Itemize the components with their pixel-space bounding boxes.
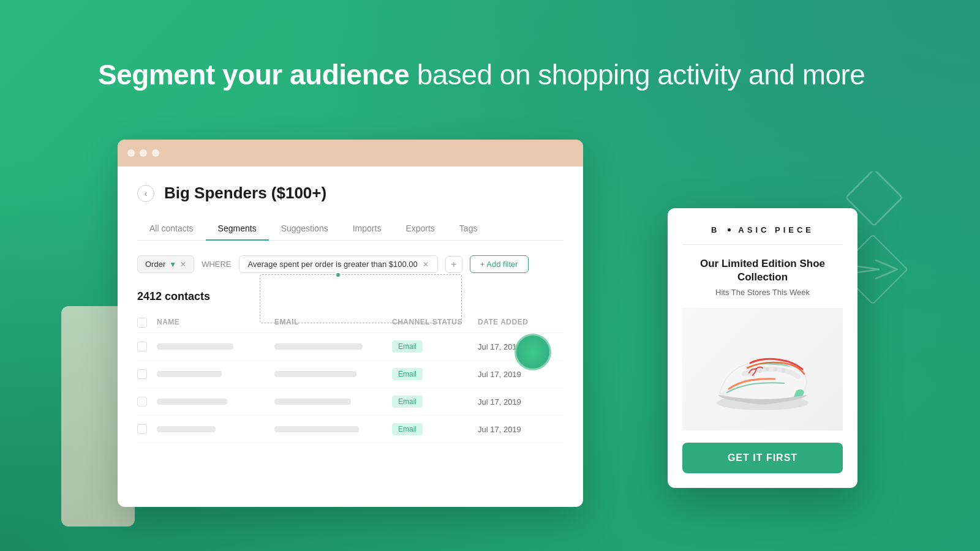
brand-name: BASIC PIECE bbox=[682, 225, 843, 234]
email-placeholder bbox=[274, 371, 356, 377]
condition-indicator bbox=[335, 272, 341, 278]
table-row: Email Jul 17, 2019 bbox=[137, 333, 564, 361]
tab-suggestions[interactable]: Suggestions bbox=[269, 217, 341, 241]
add-filter-button[interactable]: + Add filter bbox=[470, 255, 529, 273]
window-dot-3 bbox=[152, 149, 159, 157]
tab-exports[interactable]: Exports bbox=[393, 217, 447, 241]
filter-chip-order[interactable]: Order ▼ ✕ bbox=[137, 255, 194, 273]
row-checkbox[interactable] bbox=[137, 342, 147, 351]
window-dot-1 bbox=[127, 149, 135, 157]
filter-plus-button[interactable]: + bbox=[445, 256, 462, 273]
filter-chip-close[interactable]: ✕ bbox=[180, 260, 186, 269]
table-row: Email Jul 17, 2019 bbox=[137, 361, 564, 388]
condition-close[interactable]: ✕ bbox=[423, 260, 429, 269]
tab-tags[interactable]: Tags bbox=[447, 217, 490, 241]
email-placeholder bbox=[274, 399, 351, 405]
email-preview-card: BASIC PIECE Our Limited Edition Shoe Col… bbox=[668, 208, 858, 488]
contacts-table: Name Email Channel status Date added Ema… bbox=[137, 313, 564, 443]
window-dot-2 bbox=[140, 149, 147, 157]
table-header: Name Email Channel status Date added bbox=[137, 313, 564, 333]
date-text: Jul 17, 2019 bbox=[478, 370, 564, 379]
filter-funnel-icon: ▼ bbox=[169, 260, 176, 269]
condition-text: Average spent per order is greater than … bbox=[248, 260, 418, 269]
contacts-count: 2412 contacts bbox=[137, 290, 564, 303]
date-text: Jul 17, 2019 bbox=[478, 425, 564, 434]
date-text: Jul 17, 2019 bbox=[478, 397, 564, 407]
card-divider bbox=[682, 244, 843, 245]
crm-tabs: All contacts Segments Suggestions Import… bbox=[137, 217, 564, 241]
email-card-title: Our Limited Edition Shoe Collection bbox=[682, 257, 843, 284]
tab-imports[interactable]: Imports bbox=[341, 217, 394, 241]
row-checkbox[interactable] bbox=[137, 424, 147, 434]
email-card-subtitle: Hits The Stores This Week bbox=[682, 288, 843, 297]
row-checkbox[interactable] bbox=[137, 397, 147, 407]
filter-row: Order ▼ ✕ WHERE Average spent per order … bbox=[137, 255, 564, 273]
table-row: Email Jul 17, 2019 bbox=[137, 388, 564, 416]
filter-chip-label: Order bbox=[145, 260, 165, 269]
filter-condition[interactable]: Average spent per order is greater than … bbox=[239, 255, 438, 273]
channel-badge: Email bbox=[392, 395, 423, 408]
crm-title: Big Spenders ($100+) bbox=[164, 184, 326, 203]
email-placeholder bbox=[274, 343, 363, 350]
table-row: Email Jul 17, 2019 bbox=[137, 416, 564, 443]
name-placeholder bbox=[157, 426, 216, 432]
cta-button[interactable]: GET IT FIRST bbox=[682, 443, 843, 473]
svg-point-4 bbox=[774, 367, 777, 371]
svg-point-2 bbox=[758, 369, 761, 373]
crm-titlebar bbox=[118, 140, 583, 167]
cta-section: GET IT FIRST bbox=[668, 430, 858, 488]
where-label: WHERE bbox=[202, 260, 231, 269]
col-name: Name bbox=[157, 318, 274, 328]
row-checkbox[interactable] bbox=[137, 369, 147, 379]
shoe-image bbox=[682, 308, 843, 430]
header-checkbox[interactable] bbox=[137, 318, 147, 328]
diamond-decorations bbox=[845, 171, 943, 343]
name-placeholder bbox=[157, 343, 233, 350]
page-headline: Segment your audience based on shopping … bbox=[98, 58, 882, 92]
col-email: Email bbox=[274, 318, 392, 328]
crm-window: ‹ Big Spenders ($100+) All contacts Segm… bbox=[118, 140, 583, 507]
shoe-illustration bbox=[701, 320, 824, 418]
col-date: Date added bbox=[478, 318, 564, 328]
email-placeholder bbox=[274, 426, 359, 432]
name-placeholder bbox=[157, 371, 222, 377]
tab-segments[interactable]: Segments bbox=[206, 217, 269, 241]
channel-badge: Email bbox=[392, 368, 423, 380]
green-circle-accent bbox=[514, 334, 551, 370]
channel-badge: Email bbox=[392, 423, 423, 435]
svg-point-5 bbox=[782, 369, 785, 372]
col-channel: Channel status bbox=[392, 318, 478, 328]
name-placeholder bbox=[157, 399, 227, 405]
svg-point-3 bbox=[766, 367, 769, 371]
tab-all-contacts[interactable]: All contacts bbox=[137, 217, 206, 241]
back-button[interactable]: ‹ bbox=[137, 185, 154, 202]
channel-badge: Email bbox=[392, 340, 423, 353]
